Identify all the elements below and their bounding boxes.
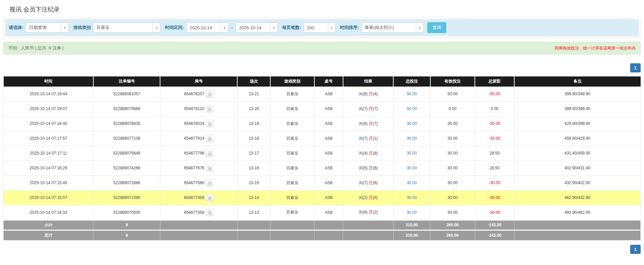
video-icon[interactable] bbox=[206, 105, 213, 112]
round-cell: 654677358 bbox=[160, 205, 237, 220]
round-id: 654678024 bbox=[184, 121, 204, 126]
payout-cell: 28.50 bbox=[475, 146, 514, 161]
game-type-cell: 百家乐 bbox=[270, 146, 314, 161]
video-icon[interactable] bbox=[206, 90, 213, 98]
sort-select[interactable]: 降幂(由大到小) ▾ bbox=[361, 23, 424, 33]
result-cell: 闲(2) 庄(5) bbox=[343, 190, 393, 205]
total-valid-bet: 260.00 bbox=[430, 230, 475, 240]
video-icon[interactable] bbox=[206, 194, 213, 201]
player-result: 闲 bbox=[359, 180, 363, 185]
subtotal-valid-bet: 260.00 bbox=[430, 220, 475, 230]
valid-bet-cell: 30.00 bbox=[430, 205, 475, 220]
player-result: 闲 bbox=[359, 121, 363, 126]
subtotal-payout: -143.00 bbox=[475, 220, 514, 230]
game-type-value: 百家乐 bbox=[93, 25, 153, 31]
table-no-cell: AS6 bbox=[314, 175, 343, 190]
payout-cell: -30.00 bbox=[475, 190, 514, 205]
banker-result: 庄 bbox=[369, 180, 373, 185]
banker-result: 庄 bbox=[369, 106, 373, 111]
total-bet-link[interactable]: 50.00 bbox=[407, 106, 417, 111]
col-header-session: 场次 bbox=[237, 76, 270, 87]
date-separator: ~ bbox=[231, 25, 234, 30]
page-button[interactable]: 1 bbox=[630, 245, 641, 254]
total-bet-cell: 30.00 bbox=[393, 190, 430, 205]
total-bet-link[interactable]: 50.00 bbox=[407, 92, 417, 96]
payout-cell: 0.00 bbox=[475, 101, 514, 116]
table-no-cell: AS6 bbox=[314, 161, 343, 175]
video-icon[interactable] bbox=[206, 120, 213, 127]
valid-bet-cell: 30.00 bbox=[430, 175, 475, 190]
page-size-label: 每页笔数: bbox=[282, 25, 301, 31]
total-label: 总计 bbox=[4, 230, 93, 240]
total-bet-link[interactable]: 30.00 bbox=[407, 166, 417, 170]
video-icon[interactable] bbox=[206, 209, 213, 216]
date-to-select[interactable]: 2025-10-14 ▾ bbox=[236, 23, 278, 33]
valid-bet-cell: 30.00 bbox=[430, 116, 475, 131]
sort-value: 降幂(由大到小) bbox=[362, 25, 416, 31]
date-to-value: 2025-10-14 bbox=[236, 25, 270, 30]
video-icon[interactable] bbox=[206, 179, 213, 187]
col-header-table-no: 桌号 bbox=[314, 76, 343, 87]
table-no-cell: AS6 bbox=[314, 190, 343, 205]
valid-bet-note: 同局有效投注，统一计算在该局第一张注单内 bbox=[555, 45, 636, 51]
total-bet-link[interactable]: 30.00 bbox=[407, 195, 417, 200]
video-icon[interactable] bbox=[206, 164, 213, 172]
total-total-bet: 310.00 bbox=[393, 230, 430, 240]
table-row: 2025-10-14 07:19:44522889081057654678207… bbox=[4, 87, 641, 101]
session-cell: 13-15 bbox=[237, 175, 270, 190]
time-cell: 2025-10-14 07:17:57 bbox=[4, 131, 93, 146]
total-bet-cell: 50.00 bbox=[393, 101, 430, 116]
pagination-top: 1 bbox=[3, 63, 641, 72]
remark-cell: 432.90/402.90 bbox=[514, 175, 640, 190]
page-button[interactable]: 1 bbox=[630, 63, 641, 72]
table-no-cell: AS6 bbox=[314, 116, 343, 131]
search-button[interactable]: 查询 bbox=[427, 22, 446, 33]
player-result: 闲 bbox=[359, 106, 363, 111]
game-type-cell: 百家乐 bbox=[270, 205, 314, 220]
time-cell: 2025-10-14 07:18:40 bbox=[4, 116, 93, 131]
table-row: 2025-10-14 07:15:45522889072886654677565… bbox=[4, 175, 641, 190]
currency-summary-text: 币别 : 人民币 | 总共 :9 注单 | bbox=[8, 45, 64, 51]
total-bet-link[interactable]: 30.00 bbox=[407, 210, 417, 215]
time-cell: 2025-10-14 07:17:11 bbox=[4, 146, 93, 161]
bet-id-cell: 522889078835 bbox=[93, 116, 160, 131]
filter-panel: 请选择: 日期查询 ▾ 游戏类别 百家乐 ▾ 时间区间: 2025-10-14 … bbox=[3, 18, 641, 38]
col-header-round: 局号 bbox=[160, 76, 237, 87]
table-row: 2025-10-14 07:16:29522889074266654677676… bbox=[4, 161, 641, 175]
info-bar: 币别 : 人民币 | 总共 :9 注单 | 同局有效投注，统一计算在该局第一张注… bbox=[3, 42, 641, 55]
table-no-cell: AS6 bbox=[314, 146, 343, 161]
total-bet-link[interactable]: 30.00 bbox=[407, 151, 417, 156]
session-cell: 13-14 bbox=[237, 190, 270, 205]
date-from-select[interactable]: 2025-10-14 ▾ bbox=[186, 23, 228, 33]
date-from-value: 2025-10-14 bbox=[187, 25, 221, 30]
banker-result: 庄 bbox=[369, 210, 373, 214]
banker-result: 庄 bbox=[369, 195, 373, 200]
table-row: 2025-10-14 07:15:07522889071590654677459… bbox=[4, 190, 641, 205]
bet-id-cell: 522889070500 bbox=[93, 205, 160, 220]
player-result: 闲 bbox=[359, 166, 363, 170]
total-row: 总计 9 310.00 260.00 -143.00 bbox=[4, 230, 641, 240]
total-bet-cell: 30.00 bbox=[393, 161, 430, 175]
total-bet-link[interactable]: 30.00 bbox=[407, 121, 417, 126]
col-header-result: 结果 bbox=[343, 76, 393, 87]
total-count: 9 bbox=[93, 230, 160, 240]
bet-id-cell: 522889071590 bbox=[93, 190, 160, 205]
total-bet-link[interactable]: 30.00 bbox=[407, 180, 417, 185]
result-cell: 闲(6) 庄(7) bbox=[343, 116, 393, 131]
game-type-cell: 百家乐 bbox=[270, 175, 314, 190]
col-header-game-type: 游戏类别 bbox=[270, 76, 314, 87]
date-range-label: 时间区间: bbox=[165, 25, 184, 31]
session-cell: 13-13 bbox=[237, 205, 270, 220]
video-icon[interactable] bbox=[206, 135, 213, 142]
game-type-select[interactable]: 百家乐 ▾ bbox=[93, 23, 160, 33]
round-cell: 654678024 bbox=[160, 116, 237, 131]
col-header-time: 时间 bbox=[4, 76, 93, 87]
game-type-cell: 百家乐 bbox=[270, 161, 314, 175]
round-id: 654677914 bbox=[184, 136, 204, 141]
session-cell: 13-20 bbox=[237, 101, 270, 116]
page-size-select[interactable]: 100 ▾ bbox=[304, 23, 336, 33]
total-bet-link[interactable]: 30.00 bbox=[407, 136, 417, 141]
query-type-select[interactable]: 日期查询 ▾ bbox=[26, 23, 69, 33]
video-icon[interactable] bbox=[206, 150, 213, 157]
result-cell: 闲(7) 庄(7) bbox=[343, 101, 393, 116]
